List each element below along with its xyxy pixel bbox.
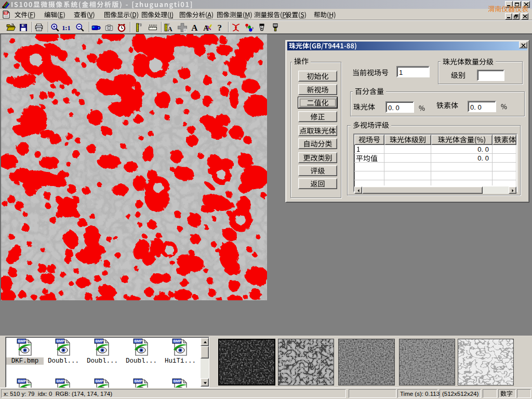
svg-text:BMP: BMP: [57, 339, 65, 343]
svg-text:BMP: BMP: [135, 339, 143, 343]
svg-text:BMP: BMP: [96, 339, 104, 343]
svg-text:0. 0: 0. 0: [477, 154, 489, 162]
svg-text:BMP: BMP: [174, 379, 182, 383]
svg-text:0. 0: 0. 0: [477, 145, 489, 153]
svg-text:BMP: BMP: [18, 339, 26, 343]
svg-text:BMP: BMP: [135, 379, 143, 383]
svg-text:BMP: BMP: [18, 379, 26, 383]
svg-text:BMP: BMP: [96, 379, 104, 383]
svg-text:BMP: BMP: [57, 379, 65, 383]
svg-text:BMP: BMP: [174, 339, 182, 343]
